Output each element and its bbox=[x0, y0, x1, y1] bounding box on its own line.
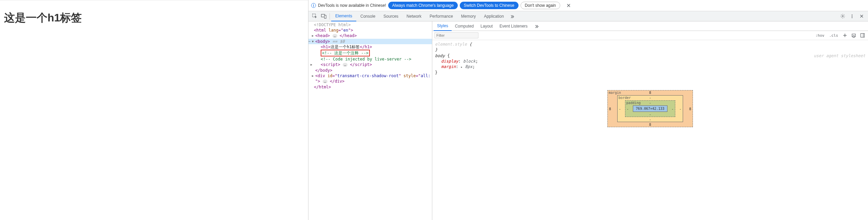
settings-gear-icon[interactable] bbox=[838, 12, 847, 21]
box-model-border[interactable]: border - - - - padding - - - bbox=[617, 95, 683, 122]
ellipsis-icon[interactable]: … bbox=[343, 63, 347, 67]
styles-panel: Styles Computed Layout Event Listeners :… bbox=[432, 21, 868, 220]
toolbar-right: ✕ bbox=[838, 12, 866, 21]
banner-message: DevTools is now available in Chinese! bbox=[318, 3, 386, 8]
dom-doctype[interactable]: <!DOCTYPE html> bbox=[308, 22, 432, 28]
border-label: border bbox=[619, 96, 631, 100]
padding-label: padding bbox=[626, 101, 641, 105]
box-model-content[interactable]: 769.067×42.133 bbox=[633, 105, 667, 112]
rendered-page: 这是一个h1标签 bbox=[0, 0, 308, 220]
border-left: - bbox=[619, 107, 621, 111]
svg-point-4 bbox=[852, 14, 853, 15]
ellipsis-icon[interactable]: … bbox=[323, 80, 327, 83]
expand-triangle-icon[interactable]: ▶ bbox=[312, 33, 314, 38]
print-media-icon[interactable] bbox=[850, 32, 857, 39]
dom-body-close[interactable]: </body> bbox=[308, 68, 432, 73]
more-tabs-icon[interactable] bbox=[508, 12, 517, 21]
styles-filter-bar: :hov .cls bbox=[432, 31, 868, 40]
banner-close-icon[interactable]: ✕ bbox=[564, 2, 573, 9]
padding-top: - bbox=[649, 101, 651, 105]
border-right: - bbox=[679, 107, 681, 111]
margin-top: 8 bbox=[649, 91, 651, 95]
kebab-menu-icon[interactable] bbox=[848, 12, 856, 21]
ellipsis-icon[interactable]: … bbox=[333, 34, 337, 38]
tab-application[interactable]: Application bbox=[480, 12, 508, 21]
padding-left: - bbox=[627, 107, 629, 111]
box-model: margin 8 8 8 8 border - - - - bbox=[432, 77, 868, 127]
svg-rect-9 bbox=[861, 34, 865, 37]
border-bottom: - bbox=[649, 118, 651, 121]
dom-div-shadow-cont[interactable]: "> … </div> bbox=[308, 79, 432, 84]
hov-toggle[interactable]: :hov bbox=[814, 33, 826, 38]
styles-tabs: Styles Computed Layout Event Listeners bbox=[432, 21, 868, 31]
tab-sources[interactable]: Sources bbox=[379, 12, 402, 21]
computed-sidebar-icon[interactable] bbox=[859, 32, 866, 39]
tab-performance[interactable]: Performance bbox=[426, 12, 457, 21]
toolbar-separator bbox=[329, 13, 330, 19]
tab-memory[interactable]: Memory bbox=[457, 12, 480, 21]
dom-comment-liveserver[interactable]: <!-- Code injected by live-server --> bbox=[308, 56, 432, 62]
collapse-triangle-icon[interactable]: ▼ bbox=[312, 39, 314, 44]
dom-script[interactable]: ▶<script> … </script> bbox=[308, 62, 432, 68]
svg-point-3 bbox=[842, 16, 843, 17]
app-root: 这是一个h1标签 i DevTools is now available in … bbox=[0, 0, 868, 220]
svg-point-5 bbox=[852, 16, 853, 17]
dom-comment-highlighted[interactable]: <!-- 这是一个注释 --> bbox=[308, 50, 432, 56]
dom-html-close[interactable]: </html> bbox=[308, 84, 432, 90]
box-model-margin[interactable]: margin 8 8 8 8 border - - - - bbox=[607, 90, 693, 127]
dom-div-shadow[interactable]: ▶<div id="transmart-crx-shadow-root" sty… bbox=[308, 73, 432, 79]
margin-left: 8 bbox=[609, 107, 611, 111]
devtools-body: <!DOCTYPE html> <html lang="en"> ▶<head>… bbox=[308, 21, 868, 220]
switch-devtools-button[interactable]: Switch DevTools to Chinese bbox=[460, 2, 518, 9]
cls-toggle[interactable]: .cls bbox=[828, 33, 840, 38]
language-banner: i DevTools is now available in Chinese! … bbox=[308, 0, 868, 11]
margin-label: margin bbox=[609, 91, 621, 95]
device-toolbar-icon[interactable] bbox=[319, 12, 328, 21]
rule-element-style[interactable]: element.style { } bbox=[435, 41, 865, 52]
dom-head[interactable]: ▶<head> … </head> bbox=[308, 33, 432, 39]
styles-more-tabs-icon[interactable] bbox=[532, 24, 541, 29]
padding-right: - bbox=[672, 107, 674, 111]
styles-tab-event-listeners[interactable]: Event Listeners bbox=[496, 22, 531, 31]
dom-h1[interactable]: <h1>这是一个h1标签</h1> bbox=[308, 44, 432, 50]
svg-point-6 bbox=[852, 17, 853, 18]
rule-body[interactable]: user agent stylesheet body { display: bl… bbox=[435, 53, 865, 75]
expand-shorthand-icon[interactable]: ▸ bbox=[461, 65, 463, 69]
styles-filter-input[interactable] bbox=[434, 32, 478, 38]
inspect-element-icon[interactable] bbox=[310, 12, 319, 21]
tab-console[interactable]: Console bbox=[356, 12, 379, 21]
devtools-toolbar: Elements Console Sources Network Perform… bbox=[308, 11, 868, 21]
tab-elements[interactable]: Elements bbox=[331, 11, 356, 21]
elements-tree[interactable]: <!DOCTYPE html> <html lang="en"> ▶<head>… bbox=[308, 21, 432, 220]
expand-triangle-icon[interactable]: ▶ bbox=[310, 62, 312, 67]
gutter-dots-icon[interactable]: ⋯ bbox=[308, 39, 310, 44]
margin-bottom: 8 bbox=[649, 123, 651, 126]
new-style-rule-icon[interactable] bbox=[842, 32, 848, 39]
svg-rect-2 bbox=[324, 15, 326, 18]
margin-right: 8 bbox=[689, 107, 691, 111]
expand-triangle-icon[interactable]: ▶ bbox=[312, 73, 314, 79]
devtools-close-icon[interactable]: ✕ bbox=[857, 12, 866, 21]
styles-tab-computed[interactable]: Computed bbox=[452, 22, 477, 31]
dont-show-again-button[interactable]: Don't show again bbox=[521, 2, 561, 9]
dom-html-open[interactable]: <html lang="en"> bbox=[308, 28, 432, 33]
border-top: - bbox=[649, 96, 651, 100]
info-icon: i bbox=[311, 3, 316, 8]
always-match-button[interactable]: Always match Chrome's language bbox=[388, 2, 458, 9]
box-model-padding[interactable]: padding - - - - 769.067×42.133 bbox=[625, 100, 675, 117]
dom-body-open[interactable]: ⋯▼<body> == $0 bbox=[308, 39, 432, 44]
styles-tab-styles[interactable]: Styles bbox=[434, 21, 452, 31]
padding-bottom: - bbox=[649, 113, 651, 116]
tab-network[interactable]: Network bbox=[402, 12, 426, 21]
styles-tab-layout[interactable]: Layout bbox=[477, 22, 496, 31]
styles-rules[interactable]: element.style { } user agent stylesheet … bbox=[432, 40, 868, 77]
devtools-panel: i DevTools is now available in Chinese! … bbox=[308, 0, 868, 220]
page-h1: 这是一个h1标签 bbox=[4, 11, 304, 26]
svg-rect-8 bbox=[853, 36, 854, 37]
rule-origin: user agent stylesheet bbox=[814, 53, 865, 58]
